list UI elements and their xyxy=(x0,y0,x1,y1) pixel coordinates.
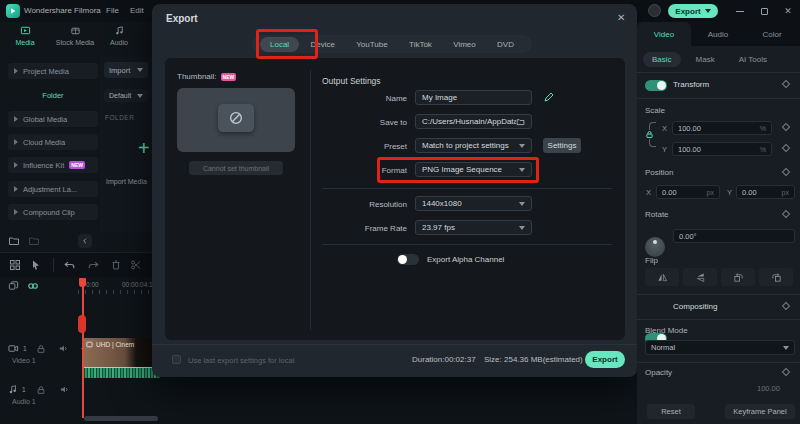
rotate-dial[interactable] xyxy=(645,237,665,257)
flip-vertical-button[interactable] xyxy=(683,268,717,286)
video-subtabs: Basic Mask AI Tools xyxy=(643,52,776,67)
menu-edit[interactable]: Edit xyxy=(130,6,144,15)
transform-keyframe-icon[interactable] xyxy=(782,80,790,88)
compositing-keyframe-icon[interactable] xyxy=(782,302,790,310)
transform-label: Transform xyxy=(673,80,709,89)
menu-file[interactable]: File xyxy=(106,6,119,15)
split-scissors-icon[interactable] xyxy=(130,259,142,271)
layout-grid-icon[interactable] xyxy=(9,259,21,271)
reset-button[interactable]: Reset xyxy=(647,404,695,419)
redo-icon[interactable] xyxy=(87,259,100,272)
delete-icon[interactable] xyxy=(110,259,122,271)
rotate-clockwise-button[interactable] xyxy=(759,268,793,286)
app-name: Wondershare Filmora xyxy=(24,6,101,15)
rename-pen-icon[interactable] xyxy=(543,91,555,103)
tab-color[interactable]: Color xyxy=(745,22,799,46)
export-settings-panel: Thumbnail: NEW Cannot set thumbnail Outp… xyxy=(165,58,625,340)
use-last-settings-checkbox[interactable] xyxy=(172,355,181,364)
position-x-input[interactable]: 0.00 px xyxy=(656,185,720,199)
blend-mode-dropdown[interactable]: Normal xyxy=(645,340,795,355)
timeline-clip-video[interactable]: UHD | Cinem xyxy=(82,338,160,367)
flip-buttons xyxy=(645,268,793,286)
position-keyframe-icon[interactable] xyxy=(782,168,790,176)
resolution-dropdown[interactable]: 1440x1080 xyxy=(415,196,532,211)
caret-right-icon xyxy=(14,186,18,192)
playhead-handle[interactable] xyxy=(79,278,86,287)
subtab-basic[interactable]: Basic xyxy=(643,52,681,67)
tab-tiktok[interactable]: TikTok xyxy=(399,37,442,52)
minimize-button[interactable] xyxy=(734,5,746,17)
opacity-keyframe-icon[interactable] xyxy=(782,368,790,376)
framerate-dropdown[interactable]: 23.97 fps xyxy=(415,220,532,235)
rotate-input[interactable]: 0.00° xyxy=(673,229,795,243)
subtab-mask[interactable]: Mask xyxy=(687,52,724,67)
undo-icon[interactable] xyxy=(63,259,76,272)
export-button-top[interactable]: Export xyxy=(668,4,718,18)
export-confirm-button[interactable]: Export xyxy=(585,351,625,368)
chevron-down-icon xyxy=(137,68,143,72)
preset-dropdown[interactable]: Match to project settings xyxy=(415,138,532,153)
add-media-plus-icon[interactable]: + xyxy=(138,137,150,160)
scale-link-lock[interactable] xyxy=(643,122,656,147)
rotate-counterclockwise-button[interactable] xyxy=(721,268,755,286)
saveto-input[interactable]: C:/Users/Husnain/AppData/R xyxy=(415,114,532,129)
scale-x-keyframe-icon[interactable] xyxy=(782,123,790,131)
sidebar-item-cloud-media[interactable]: Cloud Media xyxy=(8,134,98,150)
chevron-down-icon xyxy=(519,144,525,148)
sidebar-item-compound-clip[interactable]: Compound Clip xyxy=(8,204,98,220)
tab-youtube[interactable]: YouTube xyxy=(346,37,397,52)
playhead-marker[interactable] xyxy=(78,315,86,333)
position-y-input[interactable]: 0.00 px xyxy=(736,185,795,199)
alpha-channel-label: Export Alpha Channel xyxy=(427,255,504,264)
sort-dropdown[interactable]: Default xyxy=(104,89,148,102)
use-last-settings-label: Use last export settings for local xyxy=(188,356,294,365)
playhead[interactable] xyxy=(82,278,84,418)
rotate-keyframe-icon[interactable] xyxy=(782,210,790,218)
scale-heading: Scale xyxy=(645,106,665,115)
sidebar-item-influence-kit[interactable]: Influence Kit NEW xyxy=(8,157,98,173)
media-browser: Import Default FOLDER + Import Media xyxy=(100,57,152,232)
timeline-scrollbar[interactable] xyxy=(84,416,158,421)
sidebar-item-project-media[interactable]: Project Media xyxy=(8,63,98,79)
import-dropdown[interactable]: Import xyxy=(104,62,148,78)
name-input[interactable]: My Image xyxy=(415,90,532,105)
tab-vimeo[interactable]: Vimeo xyxy=(443,37,486,52)
restore-button[interactable] xyxy=(758,5,770,17)
flip-horizontal-button[interactable] xyxy=(645,268,679,286)
delete-folder-icon[interactable] xyxy=(28,235,40,247)
select-tool-icon[interactable] xyxy=(30,259,42,271)
cannot-set-thumbnail-button[interactable]: Cannot set thumbnail xyxy=(189,161,283,175)
scale-y-input[interactable]: 100.00 % xyxy=(672,142,772,156)
keyframe-panel-button[interactable]: Keyframe Panel xyxy=(725,404,795,419)
tab-stock-media[interactable]: Stock Media xyxy=(52,25,98,55)
scale-y-keyframe-icon[interactable] xyxy=(782,144,790,152)
sidebar-item-folder[interactable]: Folder xyxy=(8,87,98,103)
sidebar-item-global-media[interactable]: Global Media xyxy=(8,111,98,127)
audio-track-label: Audio 1 xyxy=(12,398,36,405)
alpha-channel-toggle[interactable] xyxy=(397,254,419,265)
avatar[interactable] xyxy=(648,4,661,17)
transform-toggle[interactable] xyxy=(645,80,667,91)
scale-y-label: Y xyxy=(662,145,667,154)
thumbnail-preview[interactable] xyxy=(177,88,295,152)
new-badge: NEW xyxy=(221,73,237,81)
close-button[interactable]: ✕ xyxy=(782,5,794,17)
tab-video[interactable]: Video xyxy=(637,22,691,46)
link-clips-icon[interactable] xyxy=(27,280,39,292)
tab-audio-props[interactable]: Audio xyxy=(691,22,745,46)
scale-x-input[interactable]: 100.00 % xyxy=(672,121,772,135)
dialog-close-icon[interactable]: ✕ xyxy=(617,12,625,23)
new-folder-icon[interactable] xyxy=(8,235,20,247)
sidebar-item-adjustment-layer[interactable]: Adjustment La... xyxy=(8,181,98,197)
tab-dvd[interactable]: DVD xyxy=(487,37,524,52)
ruler-ticks[interactable] xyxy=(78,290,152,294)
video-track-label: Video 1 xyxy=(12,357,36,364)
browse-folder-icon[interactable] xyxy=(516,117,525,127)
collapse-panel-button[interactable] xyxy=(78,234,92,248)
snapshot-icon[interactable] xyxy=(8,280,19,291)
subtab-ai-tools[interactable]: AI Tools xyxy=(730,52,776,67)
timeline-clip-audio[interactable] xyxy=(82,367,160,378)
tab-media[interactable]: Media xyxy=(2,25,48,55)
position-heading: Position xyxy=(645,168,673,177)
settings-button[interactable]: Settings xyxy=(543,138,581,153)
